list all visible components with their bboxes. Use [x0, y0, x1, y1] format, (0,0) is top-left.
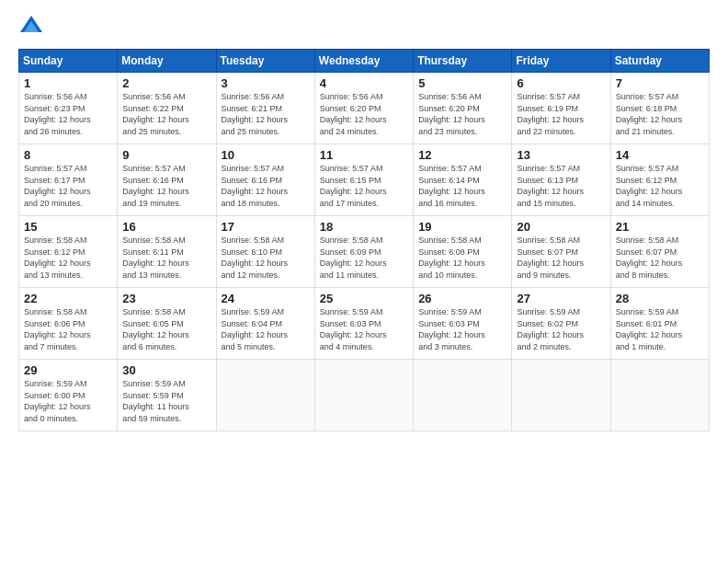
- day-info: Sunrise: 5:59 AM Sunset: 6:02 PM Dayligh…: [517, 306, 605, 352]
- day-header-sunday: Sunday: [19, 50, 118, 73]
- logo: [18, 14, 46, 40]
- day-header-thursday: Thursday: [414, 50, 512, 73]
- calendar-week-3: 15Sunrise: 5:58 AM Sunset: 6:12 PM Dayli…: [19, 216, 710, 288]
- day-number: 28: [616, 292, 704, 305]
- day-number: 23: [122, 292, 210, 305]
- calendar-cell: 4Sunrise: 5:56 AM Sunset: 6:20 PM Daylig…: [314, 73, 413, 144]
- calendar-cell: 5Sunrise: 5:56 AM Sunset: 6:20 PM Daylig…: [414, 73, 512, 144]
- calendar-cell: 26Sunrise: 5:59 AM Sunset: 6:03 PM Dayli…: [414, 288, 512, 360]
- day-info: Sunrise: 5:59 AM Sunset: 6:04 PM Dayligh…: [222, 306, 310, 352]
- day-info: Sunrise: 5:56 AM Sunset: 6:20 PM Dayligh…: [320, 91, 408, 137]
- calendar-cell: [414, 360, 512, 431]
- calendar-cell: 11Sunrise: 5:57 AM Sunset: 6:15 PM Dayli…: [314, 144, 413, 216]
- calendar-cell: 9Sunrise: 5:57 AM Sunset: 6:16 PM Daylig…: [118, 144, 216, 216]
- header: [18, 14, 710, 40]
- day-info: Sunrise: 5:57 AM Sunset: 6:18 PM Dayligh…: [616, 91, 704, 137]
- day-info: Sunrise: 5:56 AM Sunset: 6:21 PM Dayligh…: [222, 91, 310, 137]
- day-info: Sunrise: 5:57 AM Sunset: 6:12 PM Dayligh…: [616, 163, 704, 209]
- day-info: Sunrise: 5:57 AM Sunset: 6:16 PM Dayligh…: [122, 163, 210, 209]
- day-number: 29: [24, 363, 112, 377]
- calendar-cell: 10Sunrise: 5:57 AM Sunset: 6:16 PM Dayli…: [216, 144, 314, 216]
- day-number: 12: [418, 148, 506, 162]
- day-number: 22: [24, 292, 112, 305]
- day-number: 27: [517, 292, 605, 305]
- day-number: 5: [418, 76, 506, 90]
- day-number: 16: [122, 220, 210, 234]
- calendar-cell: [314, 360, 413, 431]
- calendar-cell: 2Sunrise: 5:56 AM Sunset: 6:22 PM Daylig…: [118, 73, 216, 144]
- calendar-week-1: 1Sunrise: 5:56 AM Sunset: 6:23 PM Daylig…: [19, 73, 710, 144]
- calendar-week-5: 29Sunrise: 5:59 AM Sunset: 6:00 PM Dayli…: [19, 360, 710, 431]
- calendar-cell: 27Sunrise: 5:59 AM Sunset: 6:02 PM Dayli…: [512, 288, 610, 360]
- calendar-week-2: 8Sunrise: 5:57 AM Sunset: 6:17 PM Daylig…: [19, 144, 710, 216]
- calendar-cell: 13Sunrise: 5:57 AM Sunset: 6:13 PM Dayli…: [512, 144, 610, 216]
- calendar-cell: 6Sunrise: 5:57 AM Sunset: 6:19 PM Daylig…: [512, 73, 610, 144]
- day-number: 8: [24, 148, 112, 162]
- day-info: Sunrise: 5:57 AM Sunset: 6:16 PM Dayligh…: [222, 163, 310, 209]
- calendar-cell: 21Sunrise: 5:58 AM Sunset: 6:07 PM Dayli…: [610, 216, 709, 288]
- calendar-cell: 19Sunrise: 5:58 AM Sunset: 6:08 PM Dayli…: [414, 216, 512, 288]
- day-number: 9: [122, 148, 210, 162]
- calendar-cell: 29Sunrise: 5:59 AM Sunset: 6:00 PM Dayli…: [19, 360, 118, 431]
- calendar-cell: 16Sunrise: 5:58 AM Sunset: 6:11 PM Dayli…: [118, 216, 216, 288]
- day-info: Sunrise: 5:57 AM Sunset: 6:14 PM Dayligh…: [418, 163, 506, 209]
- calendar-cell: 25Sunrise: 5:59 AM Sunset: 6:03 PM Dayli…: [314, 288, 413, 360]
- calendar-header-row: SundayMondayTuesdayWednesdayThursdayFrid…: [19, 50, 710, 73]
- day-header-tuesday: Tuesday: [216, 50, 314, 73]
- calendar-cell: [216, 360, 314, 431]
- calendar-body: 1Sunrise: 5:56 AM Sunset: 6:23 PM Daylig…: [19, 73, 710, 431]
- calendar-cell: 17Sunrise: 5:58 AM Sunset: 6:10 PM Dayli…: [216, 216, 314, 288]
- day-info: Sunrise: 5:57 AM Sunset: 6:15 PM Dayligh…: [320, 163, 408, 209]
- day-info: Sunrise: 5:58 AM Sunset: 6:07 PM Dayligh…: [517, 235, 605, 281]
- calendar-cell: 12Sunrise: 5:57 AM Sunset: 6:14 PM Dayli…: [414, 144, 512, 216]
- day-number: 24: [222, 292, 310, 305]
- day-number: 4: [320, 76, 408, 90]
- day-info: Sunrise: 5:58 AM Sunset: 6:12 PM Dayligh…: [24, 235, 112, 281]
- calendar-cell: 3Sunrise: 5:56 AM Sunset: 6:21 PM Daylig…: [216, 73, 314, 144]
- day-number: 3: [222, 76, 310, 90]
- day-number: 2: [122, 76, 210, 90]
- day-header-saturday: Saturday: [610, 50, 709, 73]
- day-number: 19: [418, 220, 506, 234]
- day-number: 11: [320, 148, 408, 162]
- day-number: 21: [616, 220, 704, 234]
- calendar-cell: 15Sunrise: 5:58 AM Sunset: 6:12 PM Dayli…: [19, 216, 118, 288]
- day-info: Sunrise: 5:58 AM Sunset: 6:09 PM Dayligh…: [320, 235, 408, 281]
- calendar-cell: 1Sunrise: 5:56 AM Sunset: 6:23 PM Daylig…: [19, 73, 118, 144]
- day-number: 17: [222, 220, 310, 234]
- calendar-table: SundayMondayTuesdayWednesdayThursdayFrid…: [18, 49, 710, 431]
- calendar-cell: 20Sunrise: 5:58 AM Sunset: 6:07 PM Dayli…: [512, 216, 610, 288]
- logo-icon: [18, 14, 44, 40]
- calendar-week-4: 22Sunrise: 5:58 AM Sunset: 6:06 PM Dayli…: [19, 288, 710, 360]
- day-number: 10: [222, 148, 310, 162]
- calendar-cell: 22Sunrise: 5:58 AM Sunset: 6:06 PM Dayli…: [19, 288, 118, 360]
- day-info: Sunrise: 5:59 AM Sunset: 6:03 PM Dayligh…: [418, 306, 506, 352]
- day-info: Sunrise: 5:58 AM Sunset: 6:06 PM Dayligh…: [24, 306, 112, 352]
- calendar-cell: 23Sunrise: 5:58 AM Sunset: 6:05 PM Dayli…: [118, 288, 216, 360]
- day-number: 20: [517, 220, 605, 234]
- day-number: 14: [616, 148, 704, 162]
- day-info: Sunrise: 5:59 AM Sunset: 6:03 PM Dayligh…: [320, 306, 408, 352]
- calendar-cell: 18Sunrise: 5:58 AM Sunset: 6:09 PM Dayli…: [314, 216, 413, 288]
- day-header-monday: Monday: [118, 50, 216, 73]
- day-header-friday: Friday: [512, 50, 610, 73]
- calendar-cell: [610, 360, 709, 431]
- day-number: 26: [418, 292, 506, 305]
- calendar-cell: 30Sunrise: 5:59 AM Sunset: 5:59 PM Dayli…: [118, 360, 216, 431]
- day-number: 6: [517, 76, 605, 90]
- day-info: Sunrise: 5:58 AM Sunset: 6:07 PM Dayligh…: [616, 235, 704, 281]
- day-info: Sunrise: 5:57 AM Sunset: 6:13 PM Dayligh…: [517, 163, 605, 209]
- day-info: Sunrise: 5:58 AM Sunset: 6:05 PM Dayligh…: [122, 306, 210, 352]
- day-number: 15: [24, 220, 112, 234]
- day-info: Sunrise: 5:56 AM Sunset: 6:20 PM Dayligh…: [418, 91, 506, 137]
- day-number: 30: [122, 363, 210, 377]
- day-info: Sunrise: 5:57 AM Sunset: 6:17 PM Dayligh…: [24, 163, 112, 209]
- day-number: 1: [24, 76, 112, 90]
- page: SundayMondayTuesdayWednesdayThursdayFrid…: [0, 0, 728, 563]
- day-info: Sunrise: 5:56 AM Sunset: 6:22 PM Dayligh…: [122, 91, 210, 137]
- day-info: Sunrise: 5:59 AM Sunset: 6:01 PM Dayligh…: [616, 306, 704, 352]
- day-info: Sunrise: 5:58 AM Sunset: 6:08 PM Dayligh…: [418, 235, 506, 281]
- day-info: Sunrise: 5:58 AM Sunset: 6:10 PM Dayligh…: [222, 235, 310, 281]
- calendar-cell: [512, 360, 610, 431]
- day-number: 25: [320, 292, 408, 305]
